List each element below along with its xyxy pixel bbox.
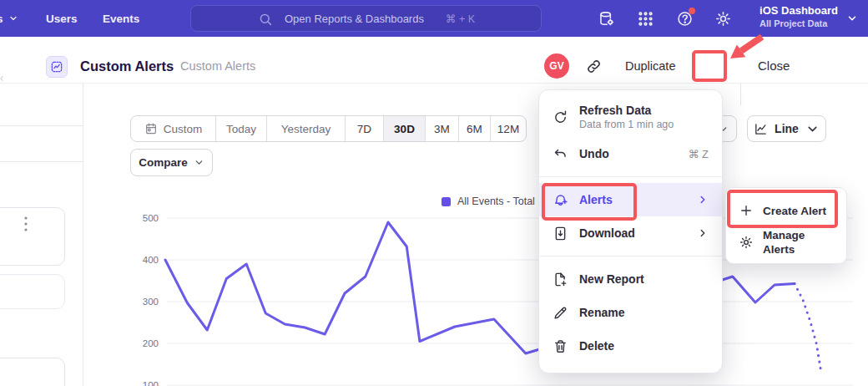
date-range-custom[interactable]: Custom [131,116,216,141]
menu-item-alerts[interactable]: Alerts [539,183,722,216]
project-scope: All Project Data [760,18,838,29]
svg-text:500: 500 [143,213,159,223]
nav-item-users[interactable]: Users [46,0,78,37]
date-range-label: Yesterday [281,123,331,135]
menu-item-label: Manage Alerts [763,228,834,256]
chevron-down-icon [846,13,858,24]
svg-text:200: 200 [143,338,159,348]
panel-divider [0,125,83,126]
chart-legend: All Events - Total [442,196,535,207]
close-button[interactable]: Close [758,58,790,73]
chevron-down-icon [805,122,820,136]
more-options-menu: Refresh DataData from 1 min agoUndo⌘ ZAl… [538,89,723,373]
svg-text:100: 100 [143,380,159,386]
chevron-down-icon [194,157,204,168]
chevron-right-icon [697,227,709,239]
legend-swatch [442,197,451,206]
breadcrumb[interactable]: Custom Alerts [180,59,255,73]
copy-link-icon[interactable] [586,58,602,74]
menu-item-label: Delete [579,339,614,353]
menu-item-download[interactable]: Download [539,216,722,250]
search-input[interactable] [285,6,452,31]
calendar-icon [144,122,158,135]
app-window: { "topnav": { "truncated_item": "s", "it… [0,0,868,386]
date-range-label: 6M [467,123,482,135]
date-range-label: Today [226,123,256,135]
menu-item-label: New Report [579,272,644,287]
date-range-label: 12M [497,123,519,135]
collapse-chevron-icon[interactable] [0,74,6,84]
menu-item-label: Alerts [579,193,613,207]
divider [740,84,741,105]
menu-item-manage-alerts[interactable]: Manage Alerts [726,226,846,258]
avatar[interactable]: GV [544,53,569,79]
data-icon[interactable] [598,10,615,28]
query-card[interactable] [0,207,65,266]
report-header: Custom Alerts Custom Alerts GV Duplicate… [0,37,868,84]
chart-type-label: Line [775,122,799,135]
project-name: iOS Dashboard [760,4,838,18]
menu-item-label: Create Alert [763,204,826,218]
menu-item-undo[interactable]: Undo⌘ Z [539,137,722,170]
date-range-7d[interactable]: 7D [346,116,384,141]
menu-item-refresh[interactable]: Refresh DataData from 1 min ago [539,97,722,137]
refresh-icon [553,109,568,125]
plus-icon [739,203,754,218]
menu-item-shortcut: ⌘ Z [688,148,709,160]
date-range-6m[interactable]: 6M [459,116,491,141]
line-chart-icon [754,122,768,136]
kebab-menu-icon[interactable] [21,215,31,233]
menu-item-label: Rename [579,306,624,320]
query-card[interactable] [0,274,65,309]
date-range-12m[interactable]: 12M [491,116,526,141]
date-range-label: 3M [434,123,450,135]
menu-divider [539,256,722,256]
menu-divider [539,176,722,177]
page-title: Custom Alerts [80,58,174,74]
global-search[interactable]: ⌘ + K [190,5,542,32]
submenu-indicator [697,227,709,239]
nav-truncated-label: s [0,13,3,25]
panel-divider [0,161,83,162]
search-icon [258,12,273,27]
menu-item-create-alert[interactable]: Create Alert [726,195,846,226]
menu-item-delete[interactable]: Delete [539,329,722,363]
apps-grid-icon[interactable] [637,10,654,28]
settings-icon[interactable] [714,10,732,28]
undo-icon [553,146,568,162]
query-builder-panel [0,84,83,386]
compare-button[interactable]: Compare [130,149,213,176]
query-card[interactable] [0,358,65,386]
help-icon[interactable] [676,10,694,28]
date-range-3m[interactable]: 3M [426,116,459,141]
submenu-indicator [697,194,709,206]
date-range-label: 30D [394,123,415,135]
date-range-label: 7D [357,123,371,135]
pencil-icon [553,305,568,321]
chart-type-button[interactable]: Line [747,115,826,142]
bell-plus-icon [553,192,568,208]
menu-item-label: Refresh Data [579,104,674,118]
menu-item-label: Download [579,226,635,241]
chevron-right-icon [697,194,709,206]
compare-label: Compare [139,156,188,169]
trash-icon [553,338,568,354]
project-selector[interactable]: iOS Dashboard All Project Data [760,4,838,29]
date-range-today[interactable]: Today [216,116,267,141]
search-shortcut: ⌘ + K [446,13,475,25]
date-range-yesterday[interactable]: Yesterday [267,116,346,141]
legend-label: All Events - Total [457,196,535,207]
menu-item-sublabel: Data from 1 min ago [579,118,674,131]
menu-item-new-report[interactable]: New Report [539,262,722,296]
nav-item-events[interactable]: Events [103,0,139,37]
nav-item-truncated[interactable]: s [0,0,18,37]
report-type-icon [46,56,68,78]
duplicate-button[interactable]: Duplicate [625,59,675,73]
svg-text:300: 300 [143,297,159,307]
chevron-down-icon [8,13,18,23]
alerts-submenu: Create AlertManage Alerts [725,187,847,264]
menu-item-rename[interactable]: Rename [539,296,722,329]
gear-icon [739,235,754,250]
new-report-icon [553,272,568,287]
date-range-30d[interactable]: 30D [384,116,426,141]
